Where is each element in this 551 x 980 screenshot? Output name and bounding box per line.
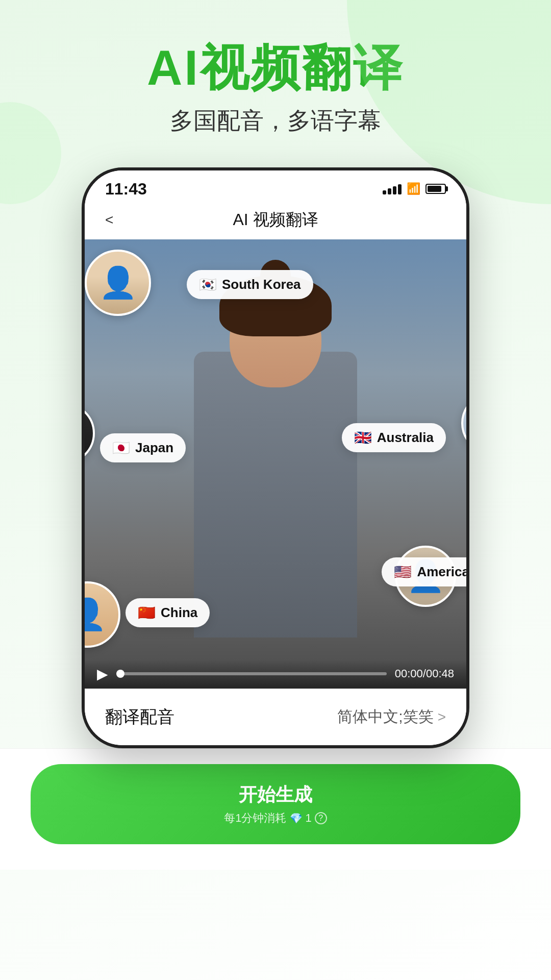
badge-america: 🇺🇸 America [382, 557, 469, 586]
video-controls: ▶ 00:00/00:48 [85, 659, 466, 689]
app-bar-title: AI 视频翻译 [233, 209, 318, 231]
phone-mockup: 11:43 📶 < AI 视频翻译 [82, 167, 469, 748]
badge-south-korea: 🇰🇷 South Korea [187, 270, 313, 299]
generate-button-sub: 每1分钟消耗 💎 1 ? [49, 811, 502, 826]
badge-china: 🇨🇳 China [126, 598, 210, 627]
app-bar: < AI 视频翻译 [85, 204, 466, 239]
back-button[interactable]: < [105, 212, 113, 228]
status-icons: 📶 [383, 182, 446, 195]
status-bar: 11:43 📶 [85, 170, 466, 204]
australia-label: Australia [377, 430, 434, 446]
progress-dot [116, 670, 124, 678]
china-label: China [161, 605, 197, 621]
progress-bar[interactable] [116, 672, 387, 675]
bottom-panel: 翻译配音 简体中文;笑笑 > [85, 689, 466, 745]
action-area: 开始生成 每1分钟消耗 💎 1 ? [0, 748, 551, 870]
video-area: 👤 🇰🇷 South Korea 👤 🇯🇵 Japan 👤 [85, 239, 466, 689]
video-time: 00:00/00:48 [395, 667, 454, 680]
avatar-south-korea: 👤 [85, 250, 151, 316]
help-icon[interactable]: ? [315, 812, 327, 824]
chevron-right-icon: > [438, 709, 446, 725]
south-korea-label: South Korea [222, 277, 301, 292]
generate-button[interactable]: 开始生成 每1分钟消耗 💎 1 ? [31, 764, 520, 844]
badge-australia: 🇬🇧 Australia [342, 423, 446, 452]
america-flag: 🇺🇸 [394, 564, 412, 580]
south-korea-flag: 🇰🇷 [199, 276, 217, 293]
battery-icon [425, 184, 446, 194]
australia-flag: 🇬🇧 [354, 429, 372, 446]
generate-button-label: 开始生成 [49, 782, 502, 807]
wifi-icon: 📶 [407, 182, 420, 195]
badge-japan: 🇯🇵 Japan [100, 433, 186, 462]
phone-frame: 11:43 📶 < AI 视频翻译 [82, 167, 469, 748]
signal-icon [383, 183, 402, 194]
america-label: America [417, 564, 469, 580]
china-flag: 🇨🇳 [138, 604, 156, 621]
translation-row[interactable]: 翻译配音 简体中文;笑笑 > [105, 705, 446, 729]
diamond-icon: 💎 [290, 812, 303, 824]
japan-flag: 🇯🇵 [112, 439, 130, 456]
status-time: 11:43 [105, 180, 147, 199]
translation-value[interactable]: 简体中文;笑笑 > [337, 706, 446, 727]
play-button[interactable]: ▶ [97, 666, 108, 682]
translation-text: 简体中文;笑笑 [337, 706, 433, 727]
translation-label: 翻译配音 [105, 705, 174, 729]
japan-label: Japan [135, 440, 173, 456]
